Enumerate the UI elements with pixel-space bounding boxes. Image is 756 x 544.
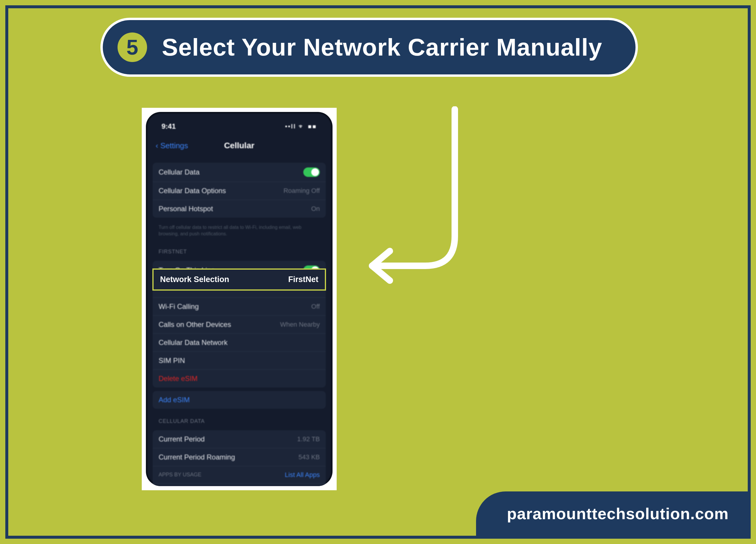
current-period-row: Current Period 1.92 TB [153,430,326,448]
status-icons: ••ll ᯤ ■■ [285,123,317,130]
sim-pin-row[interactable]: SIM PIN [153,352,326,370]
delete-esim-row[interactable]: Delete eSIM [153,370,326,387]
roaming-value: 543 KB [299,453,320,461]
other-devices-row[interactable]: Calls on Other Devices When Nearby [153,316,326,334]
back-button[interactable]: ‹ Settings [156,141,188,150]
wifi-calling-value: Off [311,303,320,310]
footer-corner: paramounttechsolution.com [476,491,748,536]
delete-esim-label: Delete eSIM [159,374,198,383]
data-options-label: Cellular Data Options [159,187,226,195]
phone-screenshot: 9:41 ••ll ᯤ ■■ ‹ Settings Cellular Cellu… [142,108,337,490]
turn-on-label: Turn On This Line [159,266,215,274]
roaming-row: Current Period Roaming 543 KB [153,448,326,466]
status-time: 9:41 [162,122,176,131]
hotspot-value: On [311,205,320,213]
footer-url: paramounttechsolution.com [507,504,729,523]
nav-bar: ‹ Settings Cellular [153,138,326,159]
cellular-data-toggle[interactable] [303,167,320,177]
current-period-label: Current Period [159,435,205,443]
step-number-circle: 5 [118,32,147,62]
app-row[interactable]: Personal Hotspot 276 GB [153,484,326,486]
apps-by-usage-value[interactable]: List All Apps [285,471,320,479]
data-network-label: Cellular Data Network [159,338,227,347]
current-period-value: 1.92 TB [297,435,320,443]
step-number: 5 [126,35,138,59]
settings-group-3: Current Period 1.92 TB Current Period Ro… [153,430,326,486]
cellular-data-label: Cellular Data [159,168,200,176]
header-pill: 5 Select Your Network Carrier Manually [100,18,638,77]
arrow-icon [357,106,464,289]
other-devices-label: Calls on Other Devices [159,320,231,329]
wifi-calling-row[interactable]: Wi-Fi Calling Off [153,298,326,316]
add-esim-label: Add eSIM [159,396,190,404]
data-options-value: Roaming Off [283,187,320,195]
cellular-data-row[interactable]: Cellular Data [153,163,326,182]
turn-on-toggle[interactable] [303,266,320,275]
hotspot-row[interactable]: Personal Hotspot On [153,200,326,218]
turn-on-row[interactable]: Turn On This Line [153,261,326,280]
settings-group-2: Turn On This Line Wi-Fi Calling Off Call… [153,261,326,387]
section-firstnet: FIRSTNET [153,243,326,257]
screen-title: Cellular [224,141,255,150]
add-esim-group: Add eSIM [153,391,326,409]
other-devices-value: When Nearby [280,321,320,328]
apps-by-usage-label: APPS BY USAGE [159,472,201,478]
sim-pin-label: SIM PIN [159,356,185,365]
data-options-row[interactable]: Cellular Data Options Roaming Off [153,182,326,200]
apps-by-usage-row: APPS BY USAGE List All Apps [153,466,326,484]
section-data: CELLULAR DATA [153,412,326,427]
wifi-calling-label: Wi-Fi Calling [159,302,199,311]
roaming-label: Current Period Roaming [159,453,235,461]
settings-group-1: Cellular Data Cellular Data Options Roam… [153,163,326,218]
add-esim-row[interactable]: Add eSIM [153,391,326,409]
network-selection-row-placeholder[interactable] [153,280,326,298]
data-network-row[interactable]: Cellular Data Network [153,334,326,352]
status-bar: 9:41 ••ll ᯤ ■■ [153,119,326,138]
page-title: Select Your Network Carrier Manually [162,33,602,61]
hotspot-label: Personal Hotspot [159,205,213,213]
group1-footnote: Turn off cellular data to restrict all d… [153,221,326,243]
